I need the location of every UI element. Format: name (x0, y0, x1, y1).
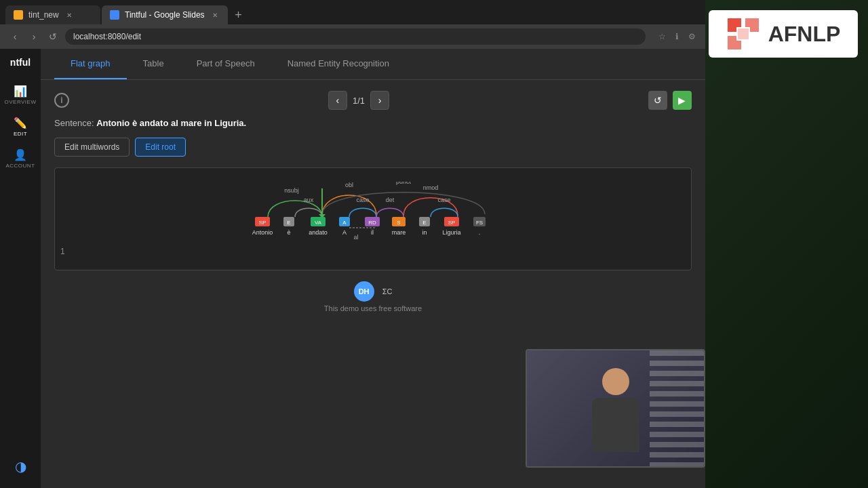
tab-close-tint-new[interactable]: ✕ (64, 10, 74, 20)
svg-text:punct: punct (396, 182, 412, 185)
person-silhouette (589, 368, 643, 449)
svg-text:RD: RD (368, 220, 376, 226)
tab-pos[interactable]: Part of Speech (180, 49, 271, 79)
svg-text:E: E (422, 220, 426, 226)
tab-flat-graph[interactable]: Flat graph (54, 49, 127, 79)
info-icon[interactable]: ℹ (671, 31, 682, 42)
address-bar: ‹ › ↺ localhost:8080/edit ☆ ℹ ⚙ (0, 24, 705, 49)
svg-text:Antonio: Antonio (252, 229, 273, 236)
pagination: ‹ 1/1 › (328, 91, 389, 110)
svg-rect-47 (650, 381, 704, 386)
graph-controls: i ‹ 1/1 › ↺ ▶ (54, 91, 692, 110)
svg-text:case: case (356, 197, 369, 203)
afnlp-text: AFNLP (768, 22, 841, 47)
browser-action-icons: ☆ ℹ ⚙ (656, 31, 697, 42)
extensions-icon[interactable]: ⚙ (686, 31, 697, 42)
new-tab-button[interactable]: + (229, 5, 248, 24)
page-count: 1/1 (353, 96, 365, 106)
video-person (527, 350, 704, 466)
sidebar-label-edit: EDIT (14, 131, 27, 137)
prev-page-button[interactable]: ‹ (328, 91, 347, 110)
tab-tintful-favicon (110, 10, 119, 20)
url-text: localhost:8080/edit (73, 32, 141, 41)
sentence-text: Antonio è andato al mare in Liguria. (96, 118, 246, 128)
svg-rect-4 (738, 28, 749, 39)
sidebar-toggle[interactable]: ◑ (15, 458, 26, 474)
svg-rect-45 (650, 361, 704, 366)
svg-text:A: A (342, 229, 347, 236)
svg-text:A: A (342, 220, 347, 226)
tab-table[interactable]: Table (127, 49, 180, 79)
refresh-button[interactable]: ↺ (46, 30, 60, 43)
tab-favicon (14, 10, 23, 20)
svg-rect-46 (650, 371, 704, 376)
dh-logo: DH (354, 281, 374, 302)
sidebar-label-overview: OVERVIEW (5, 99, 37, 105)
row-number: 1 (60, 247, 65, 256)
svg-text:è: è (287, 229, 290, 236)
tab-close-tintful[interactable]: ✕ (210, 10, 220, 20)
svg-rect-51 (650, 422, 704, 427)
sigma-c-logo: ΣC (382, 287, 393, 296)
svg-rect-48 (650, 391, 704, 396)
refresh-graph-button[interactable]: ↺ (648, 91, 667, 110)
footer-text: This demo uses free software (324, 304, 422, 312)
svg-text:FS: FS (476, 220, 483, 226)
sidebar-item-overview[interactable]: 📊 OVERVIEW (0, 84, 41, 105)
sidebar-label-account: ACCOUNT (5, 163, 35, 169)
tab-ner[interactable]: Named Entity Recognition (271, 49, 406, 79)
video-overlay (526, 349, 705, 468)
svg-text:nsubj: nsubj (284, 187, 299, 194)
sidebar-item-edit[interactable]: ✏️ EDIT (0, 116, 41, 137)
svg-text:SP: SP (448, 220, 456, 226)
edit-icon: ✏️ (14, 116, 27, 129)
svg-text:det: det (386, 197, 395, 203)
svg-text:al: al (353, 234, 358, 241)
dep-graph-box: 1 nsubj aux obl (54, 167, 692, 270)
right-controls: ↺ ▶ (648, 91, 692, 110)
afnlp-logo: AFNLP (709, 10, 858, 58)
tab-bar: tint_new ✕ Tintful - Google Slides ✕ + (0, 0, 705, 24)
svg-text:S: S (397, 220, 400, 226)
info-button[interactable]: i (54, 93, 69, 108)
tab-tintful[interactable]: Tintful - Google Slides ✕ (102, 5, 228, 24)
svg-rect-50 (650, 411, 704, 417)
back-button[interactable]: ‹ (8, 30, 22, 43)
edit-multiwords-button[interactable]: Edit multiwords (54, 138, 130, 157)
svg-text:il: il (371, 229, 374, 236)
svg-text:nmod: nmod (423, 184, 439, 191)
dependency-graph: nsubj aux obl case det (244, 182, 502, 249)
svg-text:VA: VA (315, 220, 322, 226)
svg-text:E: E (287, 220, 290, 226)
svg-text:.: . (479, 229, 481, 236)
next-page-button[interactable]: › (370, 91, 389, 110)
url-bar[interactable]: localhost:8080/edit (65, 28, 646, 45)
svg-text:aux: aux (304, 197, 314, 203)
account-icon: 👤 (14, 148, 27, 161)
window-blinds (650, 350, 704, 468)
svg-rect-44 (650, 350, 704, 356)
svg-text:obl: obl (345, 182, 353, 188)
svg-rect-54 (650, 452, 704, 458)
person-body (592, 398, 639, 452)
tab-tint-new-label: tint_new (28, 10, 59, 20)
overview-icon: 📊 (14, 84, 27, 98)
svg-text:andato: andato (309, 229, 328, 236)
footer-logos: DH ΣC (354, 281, 393, 302)
action-buttons: Edit multiwords Edit root (54, 138, 692, 157)
svg-rect-49 (650, 401, 704, 407)
svg-text:SP: SP (259, 220, 267, 226)
sidebar-item-account[interactable]: 👤 ACCOUNT (0, 148, 41, 169)
svg-rect-55 (650, 462, 704, 468)
forward-button[interactable]: › (27, 30, 41, 43)
footer: DH ΣC This demo uses free software (54, 270, 692, 323)
bookmark-icon[interactable]: ☆ (656, 31, 667, 42)
sidebar-logo: ntful (10, 57, 31, 68)
tab-tint-new[interactable]: tint_new ✕ (5, 5, 100, 24)
edit-root-button[interactable]: Edit root (135, 138, 186, 157)
tab-tintful-label: Tintful - Google Slides (125, 10, 205, 20)
action-button[interactable]: ▶ (673, 91, 692, 110)
view-tabs: Flat graph Table Part of Speech Named En… (41, 49, 705, 80)
sidebar: ntful 📊 OVERVIEW ✏️ EDIT 👤 ACCOUNT ◑ (0, 49, 41, 488)
svg-rect-53 (650, 442, 704, 447)
